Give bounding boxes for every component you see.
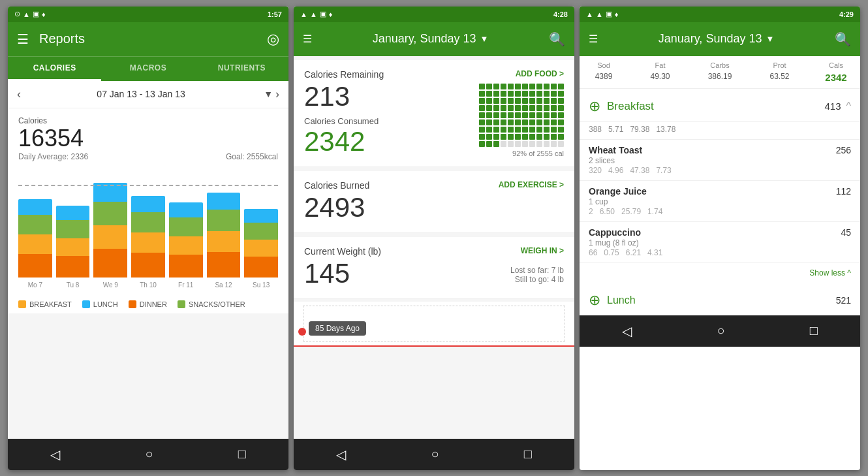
legend-dot-lunch — [82, 300, 90, 308]
breakfast-cals: 413 — [824, 101, 841, 112]
menu-icon-1[interactable]: ☰ — [17, 31, 29, 47]
home-button-2[interactable]: ○ — [431, 447, 439, 462]
pixel-cell-76 — [508, 127, 514, 133]
food-item-oj[interactable]: Orange Juice 112 1 cup 2 6.50 25.79 1.74 — [580, 181, 860, 222]
food-desc-capp: 1 mug (8 fl oz) — [589, 238, 851, 247]
legend-dot-snacks — [178, 300, 185, 308]
next-meal-plus-icon[interactable]: ⊕ — [589, 292, 600, 309]
pixel-cell-21 — [544, 91, 550, 97]
tooltip-bubble: 85 Days Ago — [309, 321, 366, 336]
breakfast-plus-icon[interactable]: ⊕ — [589, 98, 600, 115]
nutrient-header: Sod Fat Carbs Prot Cals 4389 49.30 386.1… — [580, 56, 860, 89]
food-desc-wheat: 2 slices — [589, 156, 851, 165]
food-item-cappuccino[interactable]: Cappuccino 45 1 mug (8 fl oz) 66 0.75 6.… — [580, 222, 860, 263]
recents-button-3[interactable]: □ — [810, 323, 818, 338]
food-desc-oj: 1 cup — [589, 197, 851, 206]
pixel-cell-98 — [493, 141, 499, 147]
menu-icon-3[interactable]: ☰ — [589, 33, 598, 45]
search-icon-3[interactable]: 🔍 — [835, 31, 851, 47]
food-item-wheat-toast[interactable]: Wheat Toast 256 2 slices 320 4.96 47.38 … — [580, 140, 860, 181]
phone-screen-3: ▲ ▲ ▣ ♦ 4:29 ☰ January, Sunday 13 ▼ 🔍 So… — [580, 7, 860, 470]
pixel-cell-78 — [522, 127, 528, 133]
legend-label-dinner: DINNER — [140, 300, 167, 308]
nutrient-totals-row: 4389 49.30 386.19 63.52 2342 — [587, 71, 852, 84]
calories-consumed-value: 2342 — [304, 126, 379, 157]
pixel-cell-32 — [536, 98, 542, 104]
add-food-button[interactable]: ADD FOOD > — [516, 69, 564, 78]
tab-macros[interactable]: MACROS — [101, 57, 194, 81]
calories-remaining-header: Calories Remaining ADD FOOD > — [304, 69, 564, 81]
weight-value: 145 — [304, 258, 350, 289]
back-button-2[interactable]: ◁ — [336, 447, 346, 462]
food-name-oj: Orange Juice — [589, 186, 647, 197]
goal-text: Goal: 2555kcal — [226, 152, 278, 161]
dropdown-chevron-2[interactable]: ▼ — [480, 34, 488, 44]
pixel-cell-8 — [536, 84, 542, 89]
food-macros-wheat: 320 4.96 47.38 7.73 — [589, 166, 851, 175]
recents-button-2[interactable]: □ — [524, 447, 532, 462]
legend-snacks: SNACKS/OTHER — [178, 300, 245, 308]
triangle-icon: ▲ — [23, 10, 30, 18]
dropdown-chevron-3[interactable]: ▼ — [766, 34, 774, 44]
legend-label-lunch: LUNCH — [93, 300, 118, 308]
pixel-cell-57 — [544, 112, 550, 118]
total-cals: 2342 — [820, 72, 852, 83]
daily-avg: Daily Average: 2336 — [18, 152, 88, 161]
pixel-cell-61 — [486, 119, 492, 125]
pixel-cell-51 — [501, 112, 506, 118]
search-icon-2[interactable]: 🔍 — [549, 31, 565, 47]
breakfast-name: Breakfast — [607, 100, 824, 113]
recents-button-1[interactable]: □ — [238, 447, 246, 462]
battery-icon-2: ▣ — [320, 10, 326, 18]
wifi-icon-3: ♦ — [615, 10, 619, 18]
tab-nutrients[interactable]: NUTRIENTS — [195, 57, 288, 81]
pixel-cell-5 — [515, 84, 521, 89]
total-prot: 63.52 — [764, 72, 796, 83]
calories-pixel-grid: 92% of 2555 cal — [479, 84, 564, 157]
pixel-cell-63 — [501, 119, 506, 125]
triangle-icon-2: ▲ — [300, 10, 307, 18]
weigh-in-button[interactable]: WEIGH IN > — [521, 246, 564, 255]
stats-row: Daily Average: 2336 Goal: 2555kcal — [18, 152, 278, 161]
pixel-cell-20 — [536, 91, 542, 97]
pixel-cell-35 — [558, 98, 564, 104]
screen2-content: Calories Remaining ADD FOOD > 213 Calori… — [294, 56, 574, 439]
home-button-3[interactable]: ○ — [717, 323, 724, 338]
pixel-cell-106 — [551, 141, 557, 147]
pixel-cell-12 — [479, 91, 485, 97]
pixel-cell-43 — [529, 105, 535, 111]
pixel-cell-42 — [522, 105, 528, 111]
pixel-cell-71 — [558, 119, 564, 125]
status-bar-2: ▲ ▲ ▣ ♦ 4:28 — [294, 7, 574, 22]
bkfst-total-sod: 388 — [589, 125, 602, 134]
show-less-button[interactable]: Show less ^ — [580, 263, 860, 283]
pixel-cell-31 — [529, 98, 535, 104]
breakfast-collapse-icon[interactable]: ^ — [846, 101, 851, 112]
target-icon[interactable]: ◎ — [267, 31, 279, 48]
timeline-bar: 85 Days Ago — [303, 306, 565, 341]
dropdown-chevron[interactable]: ▼ — [264, 89, 273, 99]
next-arrow[interactable]: › — [275, 87, 279, 101]
pixel-cell-88 — [508, 134, 514, 140]
pixel-cell-101 — [515, 141, 521, 147]
tab-calories[interactable]: CALORIES — [8, 57, 101, 81]
battery-icon-3: ▣ — [606, 10, 612, 18]
pixel-cell-1 — [486, 84, 492, 89]
breakfast-totals: 388 5.71 79.38 13.78 — [580, 122, 860, 140]
pixel-cell-66 — [522, 119, 528, 125]
add-exercise-button[interactable]: ADD EXERCISE > — [499, 180, 564, 189]
pixel-cell-79 — [529, 127, 535, 133]
breakfast-header[interactable]: ⊕ Breakfast 413 ^ — [580, 91, 860, 122]
back-button-3[interactable]: ◁ — [622, 323, 632, 339]
pixel-cell-39 — [501, 105, 506, 111]
legend-breakfast: BREAKFAST — [18, 300, 72, 308]
bar-group-2 — [93, 183, 127, 278]
home-button-1[interactable]: ○ — [145, 447, 153, 462]
food-macros-oj: 2 6.50 25.79 1.74 — [589, 207, 851, 216]
timeline-dot — [298, 328, 306, 336]
total-fat: 49.30 — [644, 72, 677, 83]
back-button-1[interactable]: ◁ — [50, 447, 60, 462]
pixel-cell-54 — [522, 112, 528, 118]
menu-icon-2[interactable]: ☰ — [303, 33, 312, 45]
goal-line — [18, 185, 278, 186]
